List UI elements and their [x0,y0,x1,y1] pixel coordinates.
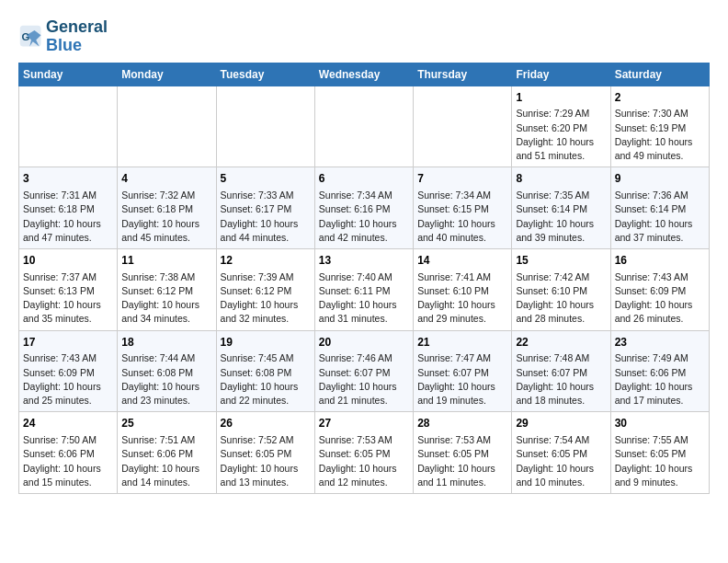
cell-info-line: Sunset: 6:12 PM [221,284,311,298]
cell-info-line: Daylight: 10 hours and 9 minutes. [615,462,705,489]
calendar-cell: 15Sunrise: 7:42 AMSunset: 6:10 PMDayligh… [512,248,610,330]
calendar-cell [118,86,216,167]
header: G General Blue [18,15,710,55]
calendar-week-3: 10Sunrise: 7:37 AMSunset: 6:13 PMDayligh… [19,248,710,330]
calendar-cell [314,86,413,167]
cell-info-line: Sunset: 6:05 PM [221,447,311,461]
cell-info-line: Daylight: 10 hours and 18 minutes. [516,380,606,408]
calendar-cell: 3Sunrise: 7:31 AMSunset: 6:18 PMDaylight… [19,167,118,249]
cell-info-line: Sunrise: 7:53 AM [417,433,507,447]
cell-info-line: Sunrise: 7:33 AM [221,189,311,202]
calendar-cell: 26Sunrise: 7:52 AMSunset: 6:05 PMDayligh… [216,412,314,494]
cell-info-line: Sunset: 6:09 PM [23,366,113,380]
day-number: 10 [23,253,113,269]
cell-info-line: Sunrise: 7:43 AM [23,351,113,365]
cell-info-line: Sunset: 6:14 PM [615,202,705,216]
calendar-cell: 11Sunrise: 7:38 AMSunset: 6:12 PMDayligh… [118,248,216,330]
calendar-cell: 22Sunrise: 7:48 AMSunset: 6:07 PMDayligh… [512,330,610,412]
calendar-week-2: 3Sunrise: 7:31 AMSunset: 6:18 PMDaylight… [19,167,710,249]
day-number: 21 [417,335,507,350]
cell-info-line: Sunrise: 7:45 AM [221,351,311,365]
day-number: 22 [516,335,606,350]
calendar-cell: 5Sunrise: 7:33 AMSunset: 6:17 PMDaylight… [216,167,314,249]
cell-info-line: Daylight: 10 hours and 13 minutes. [221,462,311,489]
cell-info-line: Daylight: 10 hours and 40 minutes. [417,217,507,245]
day-number: 23 [615,335,705,350]
calendar-cell: 9Sunrise: 7:36 AMSunset: 6:14 PMDaylight… [610,167,709,249]
calendar-week-4: 17Sunrise: 7:43 AMSunset: 6:09 PMDayligh… [19,330,710,412]
cell-info-line: Sunset: 6:10 PM [417,284,507,298]
cell-info-line: Sunset: 6:15 PM [417,202,507,216]
cell-info-line: Sunrise: 7:30 AM [615,107,705,121]
calendar-cell: 17Sunrise: 7:43 AMSunset: 6:09 PMDayligh… [19,330,118,412]
cell-info-line: Sunrise: 7:42 AM [516,270,606,284]
logo: G General Blue [18,18,108,55]
day-number: 15 [516,253,606,269]
day-number: 13 [319,253,409,269]
cell-info-line: Sunset: 6:17 PM [221,202,311,216]
day-number: 6 [319,171,409,187]
cell-info-line: Daylight: 10 hours and 49 minutes. [615,135,705,163]
cell-info-line: Daylight: 10 hours and 14 minutes. [121,462,211,489]
cell-info-line: Sunrise: 7:36 AM [615,189,705,202]
cell-info-line: Sunset: 6:06 PM [121,447,211,461]
cell-info-line: Sunrise: 7:38 AM [121,270,211,284]
cell-info-line: Daylight: 10 hours and 22 minutes. [221,380,311,408]
cell-info-line: Daylight: 10 hours and 35 minutes. [23,298,113,326]
cell-info-line: Daylight: 10 hours and 15 minutes. [23,462,113,489]
cell-info-line: Daylight: 10 hours and 17 minutes. [615,380,705,408]
cell-info-line: Sunrise: 7:49 AM [615,351,705,365]
main-container: G General Blue SundayMondayTuesdayWednes… [0,0,728,503]
cell-info-line: Sunset: 6:07 PM [417,366,507,380]
day-number: 3 [23,171,113,187]
cell-info-line: Daylight: 10 hours and 10 minutes. [516,462,606,489]
cell-info-line: Sunset: 6:06 PM [615,366,705,380]
cell-info-line: Sunrise: 7:39 AM [221,270,311,284]
logo-icon: G [18,24,44,50]
day-number: 17 [23,335,113,350]
calendar-cell: 2Sunrise: 7:30 AMSunset: 6:19 PMDaylight… [610,86,709,167]
calendar-cell: 14Sunrise: 7:41 AMSunset: 6:10 PMDayligh… [414,248,512,330]
calendar-cell: 19Sunrise: 7:45 AMSunset: 6:08 PMDayligh… [216,330,314,412]
weekday-header-friday: Friday [512,63,610,86]
cell-info-line: Sunset: 6:05 PM [615,447,705,461]
cell-info-line: Sunrise: 7:43 AM [615,270,705,284]
cell-info-line: Daylight: 10 hours and 47 minutes. [23,217,113,245]
cell-info-line: Daylight: 10 hours and 37 minutes. [615,217,705,245]
cell-info-line: Daylight: 10 hours and 42 minutes. [319,217,409,245]
calendar-week-5: 24Sunrise: 7:50 AMSunset: 6:06 PMDayligh… [19,412,710,494]
cell-info-line: Sunrise: 7:34 AM [319,189,409,202]
cell-info-line: Sunset: 6:18 PM [121,202,211,216]
cell-info-line: Sunset: 6:14 PM [516,202,606,216]
cell-info-line: Sunrise: 7:50 AM [23,433,113,447]
cell-info-line: Sunrise: 7:48 AM [516,351,606,365]
cell-info-line: Sunset: 6:07 PM [319,366,409,380]
day-number: 11 [121,253,211,269]
cell-info-line: Sunset: 6:11 PM [319,284,409,298]
calendar-week-1: 1Sunrise: 7:29 AMSunset: 6:20 PMDaylight… [19,86,710,167]
calendar-cell: 10Sunrise: 7:37 AMSunset: 6:13 PMDayligh… [19,248,118,330]
logo-text-line1: General [46,18,108,37]
day-number: 8 [516,171,606,187]
cell-info-line: Sunrise: 7:31 AM [23,189,113,202]
calendar-header: SundayMondayTuesdayWednesdayThursdayFrid… [19,63,710,86]
calendar-cell: 1Sunrise: 7:29 AMSunset: 6:20 PMDaylight… [512,86,610,167]
cell-info-line: Daylight: 10 hours and 12 minutes. [319,462,409,489]
cell-info-line: Daylight: 10 hours and 39 minutes. [516,217,606,245]
cell-info-line: Sunrise: 7:35 AM [516,189,606,202]
day-number: 16 [615,253,705,269]
calendar-cell: 28Sunrise: 7:53 AMSunset: 6:05 PMDayligh… [414,412,512,494]
calendar-cell: 25Sunrise: 7:51 AMSunset: 6:06 PMDayligh… [118,412,216,494]
weekday-header-tuesday: Tuesday [216,63,314,86]
header-row: SundayMondayTuesdayWednesdayThursdayFrid… [19,63,710,86]
cell-info-line: Sunset: 6:09 PM [615,284,705,298]
calendar-cell: 7Sunrise: 7:34 AMSunset: 6:15 PMDaylight… [414,167,512,249]
calendar-cell: 29Sunrise: 7:54 AMSunset: 6:05 PMDayligh… [512,412,610,494]
logo-text-line2: Blue [46,37,108,55]
cell-info-line: Sunrise: 7:53 AM [319,433,409,447]
weekday-header-monday: Monday [118,63,216,86]
cell-info-line: Sunrise: 7:54 AM [516,433,606,447]
day-number: 20 [319,335,409,350]
cell-info-line: Sunrise: 7:40 AM [319,270,409,284]
day-number: 9 [615,171,705,187]
